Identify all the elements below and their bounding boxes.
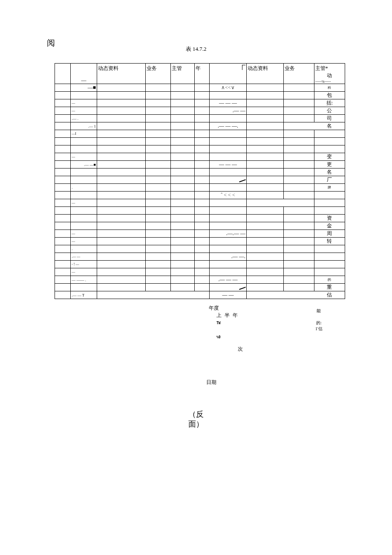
- h-c7: 动态资料: [246, 64, 283, 84]
- h-c4: 主管: [171, 64, 195, 84]
- table-row: - ! —: [55, 261, 345, 268]
- table-row: —: [55, 268, 345, 276]
- table-row: —: [55, 199, 345, 207]
- corner-shape-icon: [242, 65, 245, 70]
- table-row: —I: [55, 130, 345, 138]
- tw-label: TW: [216, 321, 221, 325]
- date-label: 日期: [206, 379, 216, 386]
- table-row: .— 1.— — —.名: [55, 122, 345, 130]
- table-row: .— — T— —估: [55, 291, 345, 299]
- pct-label: %0: [216, 335, 221, 339]
- table-row: [55, 207, 345, 215]
- first-half-label: 上 半 年: [216, 312, 239, 318]
- h-c9: 主管*动-----⅛-----: [314, 64, 345, 84]
- h-c5: 年: [195, 64, 210, 84]
- slash-mark-icon: [238, 177, 246, 183]
- side-extra-labels: 能 的: 1'估: [315, 308, 323, 332]
- h-c8: 业务: [283, 64, 314, 84]
- table-row: —.— —公: [55, 107, 345, 115]
- slash-mark-icon: [238, 285, 246, 290]
- table-row: —.—.— —周: [55, 230, 345, 238]
- table-row: — —— ..— — —的: [55, 276, 345, 284]
- table-header-row: — 动态资料 业务 主管 年 动态资料 业务 主管*动-----⅛-----: [55, 64, 345, 84]
- h-c0: [55, 64, 71, 84]
- table-row: ˆ < < <: [55, 192, 345, 199]
- table-row: 厂: [55, 176, 345, 184]
- table-row: [55, 145, 345, 153]
- data-table: — 动态资料 业务 主管 年 动态资料 业务 主管*动-----⅛----- —…: [55, 63, 345, 299]
- table-row: .— .司: [55, 115, 345, 122]
- table-row: .— —■— — —更: [55, 161, 345, 169]
- year-label: 年度: [209, 305, 219, 311]
- h-c2: 动态资料: [97, 64, 146, 84]
- table-row: —转: [55, 238, 345, 245]
- table-row: 名: [55, 169, 345, 176]
- table-row: 重: [55, 284, 345, 291]
- table-row: 包: [55, 92, 345, 99]
- table-number: 表 14.7.2: [0, 45, 392, 53]
- table-row: —■ ∧<<∨ 科: [55, 84, 345, 92]
- table-row: 资: [55, 215, 345, 222]
- table-row: 金: [55, 222, 345, 230]
- table-row: .牌: [55, 184, 345, 192]
- table-row: .— —.— —.: [55, 253, 345, 261]
- h-c3: 业务: [145, 64, 171, 84]
- table-row: [55, 138, 345, 145]
- table-container: — 动态资料 业务 主管 年 动态资料 业务 主管*动-----⅛----- —…: [55, 63, 345, 299]
- h-c1: —: [71, 64, 97, 84]
- table-row: —变: [55, 153, 345, 161]
- reverse-side-label: （反 面）: [0, 410, 392, 430]
- table-row: —— — —括:: [55, 99, 345, 107]
- table-row: .: [55, 245, 345, 253]
- h-c6: [210, 64, 247, 84]
- bottom-labels-block: 年度 上 半 年 TW %0: [209, 305, 239, 340]
- ci-label: 次: [238, 346, 243, 353]
